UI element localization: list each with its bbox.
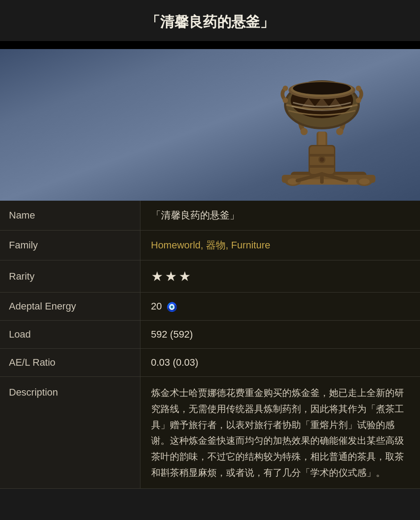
svg-point-30 (356, 98, 361, 103)
page-title: 「清馨良药的悬釜」 (0, 0, 420, 41)
family-value: Homeworld, 器物, Furniture (140, 231, 420, 260)
description-value: 炼金术士哈贾娜德花费重金购买的炼金釜，她已走上全新的研究路线，无需使用传统器具炼… (140, 377, 420, 489)
load-row: Load 592 (592) (0, 321, 420, 349)
ae-ratio-value: 0.03 (0.03) (140, 349, 420, 377)
rarity-row: Rarity ★★★ (0, 260, 420, 293)
family-label: Family (0, 231, 140, 260)
load-value: 592 (592) (140, 321, 420, 349)
load-label: Load (0, 321, 140, 349)
item-image (0, 49, 420, 201)
black-bar (0, 41, 420, 49)
svg-point-18 (301, 128, 308, 135)
description-label: Description (0, 377, 140, 489)
svg-point-25 (293, 82, 351, 95)
svg-point-19 (336, 128, 343, 135)
rarity-value: ★★★ (140, 260, 420, 293)
adeptal-label: Adeptal Energy (0, 293, 140, 321)
description-row: Description 炼金术士哈贾娜德花费重金购买的炼金釜，她已走上全新的研究… (0, 377, 420, 489)
svg-rect-12 (309, 165, 335, 168)
svg-point-14 (320, 157, 324, 162)
name-label: Name (0, 201, 140, 231)
svg-point-29 (283, 98, 288, 103)
family-row: Family Homeworld, 器物, Furniture (0, 231, 420, 260)
name-value: 「清馨良药的悬釜」 (140, 201, 420, 231)
svg-point-32 (356, 86, 361, 91)
adeptal-row: Adeptal Energy 20 🧿 (0, 293, 420, 321)
info-table: Name 「清馨良药的悬釜」 Family Homeworld, 器物, Fur… (0, 201, 420, 489)
item-illustration (251, 58, 393, 196)
adeptal-icon: 🧿 (166, 302, 177, 312)
name-row: Name 「清馨良药的悬釜」 (0, 201, 420, 231)
svg-point-6 (359, 178, 370, 185)
svg-point-31 (283, 86, 288, 91)
adeptal-value: 20 🧿 (140, 293, 420, 321)
rarity-label: Rarity (0, 260, 140, 293)
ae-ratio-row: AE/L Ratio 0.03 (0.03) (0, 349, 420, 377)
ae-ratio-label: AE/L Ratio (0, 349, 140, 377)
